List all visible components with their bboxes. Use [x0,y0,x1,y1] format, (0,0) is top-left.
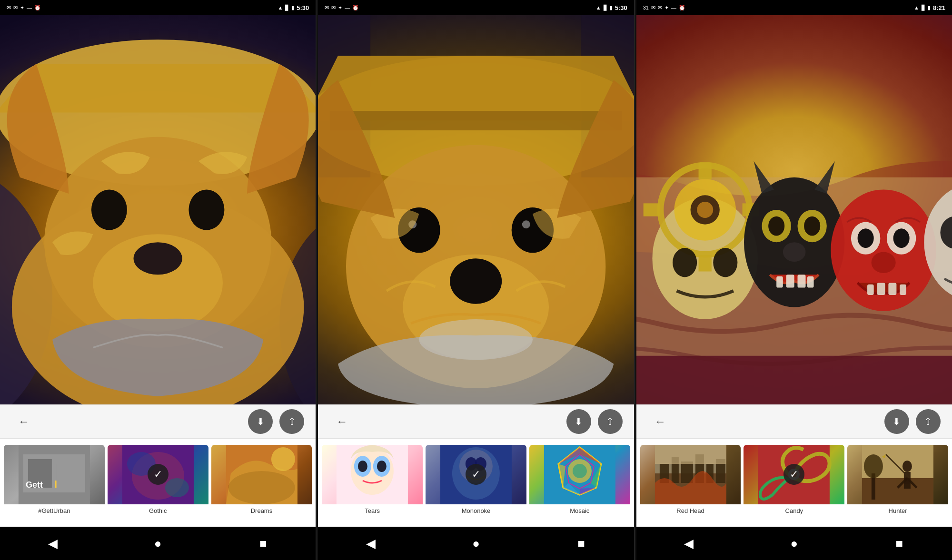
screen-2: ✉ ✉ ✦ — ⏰ ▲ ▊ ▮ 5:30 [318,0,635,560]
svg-point-73 [713,248,737,277]
share-button-3[interactable]: ⇧ [916,409,941,434]
bt-icon-3: ✦ [664,5,669,11]
battery-icon-3: ▮ [928,5,931,11]
back-button-2[interactable]: ← [329,409,354,434]
status-time-2: 5:30 [615,4,627,11]
nav-back-1[interactable]: ◀ [39,529,67,558]
redhead-thumb-svg [640,445,741,504]
bt-icon-2: ✦ [338,5,342,11]
filter-candy[interactable]: ✓ Candy [744,445,844,521]
filter-thumb-gothic: ✓ [108,445,208,504]
filter-thumb-mononoke: ✓ [426,445,526,504]
dreams-thumb-svg [211,445,312,504]
download-button-2[interactable]: ⬇ [566,409,591,434]
filter-gothic[interactable]: ✓ Gothic [108,445,208,521]
filter-dreams[interactable]: Dreams [211,445,312,521]
status-bar-right-2: ▲ ▊ ▮ 5:30 [596,4,627,11]
nav-home-1[interactable]: ● [144,529,172,558]
minus-icon-2: — [345,5,350,10]
svg-rect-105 [681,462,693,483]
svg-point-44 [377,461,387,472]
photo-area-1 [0,15,316,404]
filter-hunter[interactable]: Hunter [847,445,948,521]
nav-bar-2: ◀ ● ■ [318,527,634,560]
mail-icon-1: ✉ [7,5,11,11]
svg-point-71 [697,202,713,218]
status-bar-left-2: ✉ ✉ ✦ — ⏰ [325,5,359,11]
filter-strip-3: Red Head ✓ Candy [636,439,952,527]
photo-dog1 [0,15,316,404]
hunter-thumb-svg [847,445,948,504]
filter-mosaic[interactable]: Mosaic [529,445,630,521]
alarm-icon-1: ⏰ [34,5,41,11]
action-bar-3: ← ⬇ ⇧ [636,404,952,439]
signal-icon-3: ▊ [922,5,925,11]
svg-rect-67 [698,255,711,271]
svg-point-8 [134,242,182,275]
filter-strip-2: Tears ✓ Mononoke [318,439,634,527]
filter-getturban[interactable]: Gett I #GettUrban [4,445,105,521]
status-bar-1: ✉ ✉ ✦ — ⏰ ▲ ▊ ▮ 5:30 [0,0,316,15]
nav-back-2[interactable]: ◀ [357,529,385,558]
candy-selected-overlay: ✓ [744,445,844,504]
svg-rect-92 [867,285,874,295]
nav-square-1[interactable]: ■ [249,529,278,558]
filter-thumb-redhead [640,445,741,504]
filter-label-dreams: Dreams [211,504,312,514]
svg-point-43 [358,461,367,472]
share-button-2[interactable]: ⇧ [598,409,623,434]
filter-label-candy: Candy [744,504,844,514]
mail-icon-6: ✉ [658,5,662,11]
svg-point-116 [902,461,912,472]
calendar-icon: 31 [643,5,649,10]
download-button-3[interactable]: ⬇ [884,409,909,434]
filter-thumb-getturban: Gett I [4,445,105,504]
share-button-1[interactable]: ⇧ [279,409,304,434]
gothic-check: ✓ [148,464,169,485]
status-time-1: 5:30 [297,4,309,11]
photo-area-2 [318,15,634,404]
minus-icon-1: — [27,5,32,10]
filter-redhead[interactable]: Red Head [640,445,741,521]
svg-point-79 [768,216,784,236]
action-bar-2: ← ⬇ ⇧ [318,404,634,439]
screen-1: ✉ ✉ ✦ — ⏰ ▲ ▊ ▮ 5:30 [0,0,317,560]
nav-home-3[interactable]: ● [780,529,808,558]
signal-icon-2: ▊ [604,5,607,11]
photo-area-3 [636,15,952,404]
svg-point-80 [804,216,820,236]
svg-rect-85 [807,276,814,288]
svg-rect-95 [900,285,906,295]
svg-rect-84 [797,275,805,287]
mail-icon-3: ✉ [325,5,329,11]
screens-container: ✉ ✉ ✦ — ⏰ ▲ ▊ ▮ 5:30 [0,0,952,560]
wifi-icon-2: ▲ [596,5,601,10]
wifi-icon-1: ▲ [278,5,283,10]
svg-point-89 [857,228,873,248]
mail-icon-4: ✉ [331,5,336,11]
filter-strip-1: Gett I #GettUrban ✓ [0,439,316,527]
filter-mononoke[interactable]: ✓ Mononoke [426,445,526,521]
filter-label-tears: Tears [322,504,423,514]
photo-dog2 [318,15,634,404]
svg-point-38 [419,319,533,360]
svg-point-9 [91,189,127,230]
svg-rect-82 [776,276,783,288]
nav-back-3[interactable]: ◀ [674,529,703,558]
battery-icon-1: ▮ [291,5,294,11]
mail-icon-5: ✉ [651,5,655,11]
photo-masks [636,15,952,404]
back-button-3[interactable]: ← [648,409,673,434]
svg-point-33 [450,258,502,304]
download-button-1[interactable]: ⬇ [248,409,273,434]
dog1-svg [0,15,316,404]
back-button-1[interactable]: ← [11,409,36,434]
nav-home-2[interactable]: ● [462,529,490,558]
mail-icon-2: ✉ [13,5,18,11]
alarm-icon-3: ⏰ [679,5,685,11]
svg-rect-93 [877,283,885,295]
nav-square-3[interactable]: ■ [885,529,913,558]
filter-tears[interactable]: Tears [322,445,423,521]
nav-square-2[interactable]: ■ [567,529,595,558]
dog2-svg [318,15,634,404]
